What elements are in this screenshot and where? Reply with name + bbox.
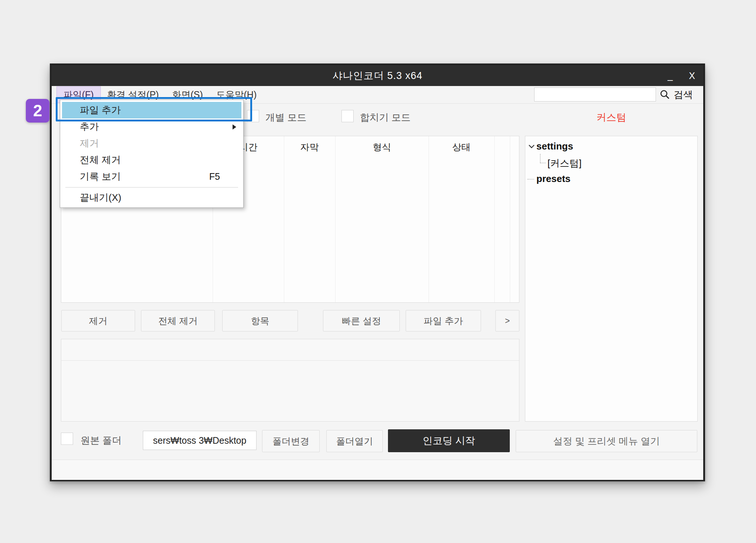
tree-item-custom[interactable]: [커스텀] <box>547 157 581 170</box>
panel-divider <box>61 360 519 361</box>
column-divider <box>429 136 429 302</box>
preset-tree-panel: settings [커스텀] presets <box>525 136 698 422</box>
titlebar: 샤나인코더 5.3 x64 _ X <box>52 65 703 86</box>
chevron-down-icon[interactable] <box>528 144 535 149</box>
merge-mode-checkbox[interactable] <box>341 110 354 122</box>
step-badge: 2 <box>26 99 49 123</box>
remove-all-button[interactable]: 전체 제거 <box>141 310 215 331</box>
column-divider <box>335 136 336 302</box>
menu-item-view-log-label: 기록 보기 <box>80 170 121 183</box>
add-file-button[interactable]: 파일 추가 <box>406 310 481 331</box>
merge-mode-label: 합치기 모드 <box>360 111 410 124</box>
window-title: 샤나인코더 5.3 x64 <box>332 69 422 82</box>
column-divider <box>284 136 284 302</box>
remove-button[interactable]: 제거 <box>61 310 135 331</box>
encoding-info-panel <box>61 339 519 422</box>
tree-connector <box>540 154 540 163</box>
individual-mode-label: 개별 모드 <box>265 111 306 124</box>
output-path-field[interactable] <box>143 431 257 450</box>
status-bar <box>52 460 703 480</box>
search-group: 검색 <box>534 87 693 102</box>
tree-connector <box>528 179 534 179</box>
tree-item-presets[interactable]: presets <box>536 173 571 185</box>
column-divider <box>510 136 510 302</box>
menu-item-add-label: 추가 <box>80 120 99 133</box>
open-folder-button[interactable]: 폴더열기 <box>326 430 383 452</box>
column-header-format[interactable]: 형식 <box>335 141 429 153</box>
search-icon <box>660 89 670 100</box>
close-button[interactable]: X <box>689 71 695 81</box>
desktop-background: 샤나인코더 5.3 x64 _ X 파일(F) 환경 설정(P) 화면(S) 도… <box>0 0 756 543</box>
shortcut-label: F5 <box>209 171 220 182</box>
change-folder-button[interactable]: 폴더변경 <box>262 430 320 452</box>
column-header-status[interactable]: 상태 <box>429 141 494 153</box>
search-label: 검색 <box>674 88 693 101</box>
source-folder-label: 원본 폴더 <box>80 434 121 447</box>
open-preset-menu-button[interactable]: 설정 및 프리셋 메뉴 열기 <box>516 430 697 452</box>
annotation-highlight-box <box>56 97 252 121</box>
current-preset-label: 커스텀 <box>525 111 698 124</box>
menu-separator <box>65 187 238 188</box>
minimize-button[interactable]: _ <box>667 71 673 81</box>
window-controls: _ X <box>667 65 695 86</box>
menu-item-view-log[interactable]: 기록 보기 F5 <box>62 168 241 185</box>
column-header-subtitle[interactable]: 자막 <box>284 141 335 153</box>
start-encoding-button[interactable]: 인코딩 시작 <box>388 429 510 452</box>
items-button[interactable]: 항목 <box>222 310 298 331</box>
menu-item-remove-all[interactable]: 전체 제거 <box>62 152 241 168</box>
search-input[interactable] <box>534 87 656 102</box>
source-folder-checkbox[interactable] <box>61 433 73 445</box>
menu-item-exit[interactable]: 끝내기(X) <box>62 189 241 206</box>
submenu-arrow-icon <box>233 124 236 130</box>
column-divider <box>494 136 495 302</box>
more-button[interactable]: > <box>495 310 519 331</box>
tree-connector <box>540 163 546 163</box>
quick-settings-button[interactable]: 빠른 설정 <box>323 310 400 331</box>
menu-item-remove: 제거 <box>62 135 241 152</box>
tree-item-settings[interactable]: settings <box>536 141 573 152</box>
